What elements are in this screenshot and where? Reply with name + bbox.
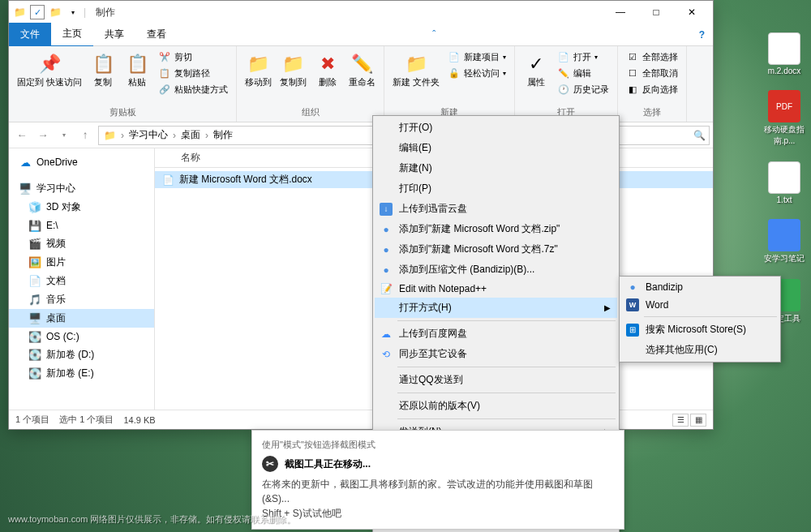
copy-path-button[interactable]: 📋复制路径 <box>157 66 230 80</box>
nav-videos[interactable]: 🎬视频 <box>9 234 154 253</box>
easy-access-button[interactable]: 🔓轻松访问▾ <box>446 66 508 80</box>
chevron-icon[interactable]: › <box>119 130 126 141</box>
desktop-file-pdf[interactable]: PDF移动硬盘指南.p... <box>764 90 805 147</box>
nav-pictures[interactable]: 🖼️图片 <box>9 253 154 272</box>
nav-new-e[interactable]: 💽新加卷 (E:) <box>9 364 154 383</box>
ctx-add-zip[interactable]: ●添加到"新建 Microsoft Word 文档.zip" <box>375 219 617 239</box>
ctx-bandizip[interactable]: ●添加到压缩文件 (Bandizip)(B)... <box>375 260 617 280</box>
history-button[interactable]: 🕐历史记录 <box>556 82 611 97</box>
window-controls: — □ ✕ <box>603 1 710 24</box>
maximize-button[interactable]: □ <box>638 1 674 24</box>
nav-new-d[interactable]: 💽新加卷 (D:) <box>9 345 154 364</box>
details-view-button[interactable]: ☰ <box>672 414 689 427</box>
bandizip-icon: ● <box>380 264 393 277</box>
file-name: 新建 Microsoft Word 文档.docx <box>179 173 312 187</box>
ctx-new[interactable]: 新建(N) <box>375 158 617 178</box>
copy-button[interactable]: 📋复制 <box>88 49 118 89</box>
minimize-button[interactable]: — <box>603 1 638 24</box>
qat-dropdown[interactable]: ▾ <box>66 5 80 19</box>
submenu-bandizip[interactable]: ●Bandizip <box>621 278 779 296</box>
nav-os-c[interactable]: 💽OS (C:) <box>9 328 154 345</box>
properties-button[interactable]: ✓属性 <box>521 49 551 89</box>
breadcrumb-item[interactable]: 桌面 <box>179 128 202 142</box>
breadcrumb-item[interactable]: 学习中心 <box>127 128 169 142</box>
rename-button[interactable]: ✏️重命名 <box>347 49 377 89</box>
help-button[interactable]: ? <box>691 29 713 41</box>
move-to-button[interactable]: 📁移动到 <box>243 49 273 89</box>
icons-view-button[interactable]: ▦ <box>690 414 706 427</box>
ctx-baidu[interactable]: ☁上传到百度网盘 <box>375 324 617 344</box>
back-button[interactable]: ← <box>12 126 32 145</box>
invert-selection-button[interactable]: ◧反向选择 <box>624 82 680 97</box>
store-icon: ⊞ <box>626 324 639 337</box>
qat-folder[interactable]: 📁 <box>48 5 62 19</box>
nav-documents[interactable]: 📄文档 <box>9 272 154 290</box>
new-folder-button[interactable]: 📁新建 文件夹 <box>391 49 441 89</box>
ctx-sync[interactable]: ⟲同步至其它设备 <box>375 344 617 364</box>
breadcrumb-item[interactable]: 制作 <box>212 128 234 142</box>
chevron-right-icon: ▶ <box>604 303 611 312</box>
tab-home[interactable]: 主页 <box>51 22 93 47</box>
ribbon-tabs: 文件 主页 共享 查看 ˆ ? <box>9 24 713 46</box>
nav-study-center[interactable]: 🖥️学习中心 <box>9 179 154 198</box>
qat-divider: | <box>84 6 86 18</box>
select-all-button[interactable]: ☑全部选择 <box>624 49 680 64</box>
chevron-icon[interactable]: › <box>204 130 210 141</box>
navigation-pane: ☁OneDrive 🖥️学习中心 🧊3D 对象 💾E:\ 🎬视频 🖼️图片 📄文… <box>9 148 155 410</box>
snip-body: 在将来的更新中，截图工具将移到新的家。尝试改进的功能并使用截图和草图(&S)..… <box>262 477 614 506</box>
cut-button[interactable]: ✂️剪切 <box>157 49 230 64</box>
nav-music[interactable]: 🎵音乐 <box>9 290 154 309</box>
baidu-icon: ☁ <box>380 328 393 341</box>
edit-button[interactable]: ✏️编辑 <box>556 66 611 80</box>
history-dropdown[interactable]: ▾ <box>54 126 74 145</box>
nav-e-drive[interactable]: 💾E:\ <box>9 217 154 234</box>
submenu-word[interactable]: WWord <box>621 296 779 314</box>
copy-to-button[interactable]: 📁复制到 <box>278 49 308 89</box>
submenu-choose-other[interactable]: 选择其他应用(C) <box>621 340 779 360</box>
ribbon-group-organize: 📁移动到 📁复制到 ✖删除 ✏️重命名 组织 <box>237 46 384 122</box>
tab-share[interactable]: 共享 <box>93 23 135 46</box>
qat-checkbox[interactable]: ✓ <box>30 5 45 19</box>
column-name: 名称 <box>174 151 207 165</box>
ctx-xunlei[interactable]: ↓上传到迅雷云盘 <box>375 199 617 219</box>
paste-button[interactable]: 📋粘贴 <box>122 49 152 89</box>
chevron-icon[interactable]: › <box>171 130 178 141</box>
desktop-file-notes[interactable]: 安学习笔记 <box>764 219 805 264</box>
open-with-submenu: ●Bandizip WWord ⊞搜索 Microsoft Store(S) 选… <box>619 276 781 363</box>
ribbon-group-new: 📁新建 文件夹 📄新建项目▾ 🔓轻松访问▾ 新建 <box>384 46 515 122</box>
desktop-file-doc[interactable]: m.2.docx <box>764 32 805 75</box>
ctx-edit[interactable]: 编辑(E) <box>375 138 617 158</box>
delete-button[interactable]: ✖删除 <box>313 49 342 89</box>
close-button[interactable]: ✕ <box>674 1 710 24</box>
tab-file[interactable]: 文件 <box>9 23 51 46</box>
forward-button[interactable]: → <box>33 126 53 145</box>
nav-3d-objects[interactable]: 🧊3D 对象 <box>9 198 154 217</box>
submenu-ms-store[interactable]: ⊞搜索 Microsoft Store(S) <box>621 320 779 340</box>
word-icon: W <box>626 298 639 311</box>
ctx-open[interactable]: 打开(O) <box>375 118 617 138</box>
group-label-select: 选择 <box>624 106 680 118</box>
pin-button[interactable]: 📌固定到 快速访问 <box>15 49 84 89</box>
ctx-notepadpp[interactable]: 📝Edit with Notepad++ <box>375 280 617 298</box>
separator <box>644 316 777 317</box>
nav-onedrive[interactable]: ☁OneDrive <box>9 153 154 171</box>
desktop-file-txt[interactable]: 1.txt <box>764 161 805 204</box>
up-button[interactable]: ↑ <box>75 126 95 145</box>
ctx-add-7z[interactable]: ●添加到"新建 Microsoft Word 文档.7z" <box>375 239 617 260</box>
ctx-restore[interactable]: 还原以前的版本(V) <box>375 396 617 416</box>
ctx-print[interactable]: 打印(P) <box>375 178 617 199</box>
open-button[interactable]: 📄打开▾ <box>556 49 611 64</box>
sync-icon: ⟲ <box>380 348 393 361</box>
new-item-button[interactable]: 📄新建项目▾ <box>446 49 508 64</box>
select-none-button[interactable]: ☐全部取消 <box>624 66 680 80</box>
titlebar[interactable]: 📁 ✓ 📁 ▾ | 制作 — □ ✕ <box>9 1 713 24</box>
ribbon-group-open: ✓属性 📄打开▾ ✏️编辑 🕐历史记录 打开 <box>515 46 618 122</box>
quick-access-toolbar: 📁 ✓ 📁 ▾ <box>12 5 80 19</box>
nav-desktop[interactable]: 🖥️桌面 <box>9 309 154 328</box>
separator <box>397 418 616 419</box>
ctx-open-with[interactable]: 打开方式(H)▶ <box>375 298 617 318</box>
paste-shortcut-button[interactable]: 🔗粘贴快捷方式 <box>157 82 230 97</box>
ctx-qq[interactable]: 通过QQ发送到 <box>375 370 617 390</box>
ribbon-collapse[interactable]: ˆ <box>424 29 444 41</box>
tab-view[interactable]: 查看 <box>135 23 178 46</box>
